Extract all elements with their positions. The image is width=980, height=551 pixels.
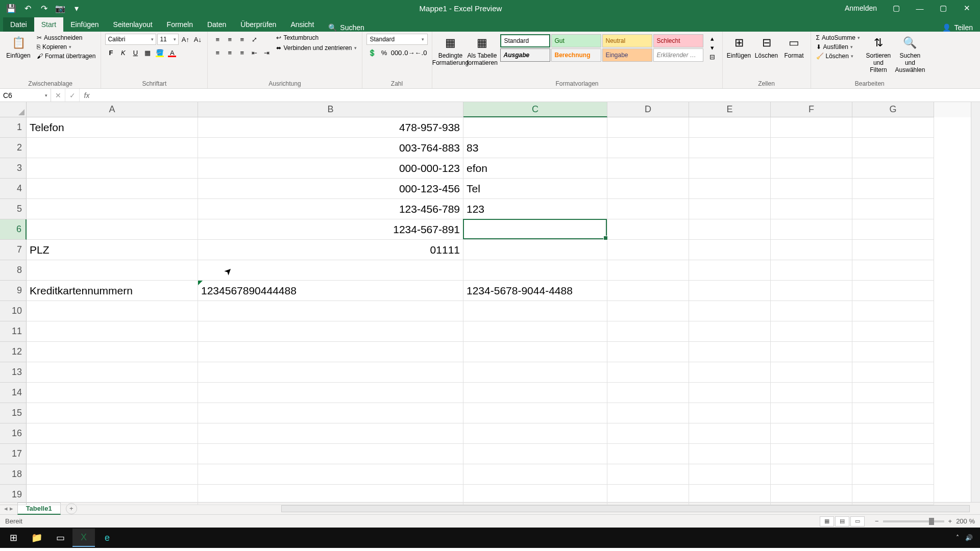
italic-button[interactable]: K [117, 47, 129, 58]
cell[interactable] [607, 260, 689, 281]
cell[interactable] [27, 179, 198, 199]
cell[interactable] [607, 444, 689, 464]
style-gut[interactable]: Gut [551, 34, 601, 47]
cell[interactable] [852, 342, 934, 362]
cell[interactable] [689, 240, 771, 260]
row-header[interactable]: 5 [0, 199, 27, 219]
cell[interactable]: Tel [463, 179, 607, 199]
cell[interactable] [689, 464, 771, 485]
search-box[interactable]: 🔍 Suchen [321, 23, 371, 32]
cell[interactable] [771, 485, 852, 505]
cell[interactable] [689, 444, 771, 464]
format-cells-button[interactable]: ▭Format [782, 34, 806, 59]
horizontal-scrollbar[interactable] [281, 505, 970, 512]
cell[interactable] [771, 158, 852, 179]
cell[interactable] [852, 281, 934, 301]
align-top-icon[interactable]: ≡ [212, 34, 223, 45]
cell[interactable] [607, 423, 689, 444]
row-header[interactable]: 2 [0, 138, 27, 158]
column-header[interactable]: E [689, 102, 771, 117]
view-page-layout-icon[interactable]: ▤ [835, 516, 849, 527]
cell[interactable] [689, 138, 771, 158]
underline-button[interactable]: U [130, 47, 141, 58]
cell[interactable] [607, 219, 689, 240]
accounting-icon[interactable]: 💲 [366, 47, 378, 58]
cell[interactable] [689, 383, 771, 403]
font-size-selector[interactable]: 11▾ [157, 34, 179, 45]
column-header[interactable]: D [607, 102, 689, 117]
style-standard[interactable]: Standard [500, 34, 550, 47]
tab-data[interactable]: Daten [200, 17, 233, 32]
decrease-indent-icon[interactable]: ⇤ [249, 47, 260, 58]
delete-cells-button[interactable]: ⊟Löschen [754, 34, 779, 59]
cell[interactable]: Kreditkartennummern [27, 281, 198, 301]
cell[interactable] [771, 179, 852, 199]
cell[interactable] [27, 444, 198, 464]
cell[interactable] [771, 260, 852, 281]
cell[interactable] [463, 485, 607, 505]
cell[interactable] [689, 342, 771, 362]
cell[interactable] [607, 281, 689, 301]
cell[interactable]: 478-957-938 [198, 117, 463, 138]
cell[interactable]: 83 [463, 138, 607, 158]
cell[interactable] [689, 403, 771, 423]
cell[interactable]: 000-123-456 [198, 179, 463, 199]
format-as-table-button[interactable]: ▦Als Tabelle formatieren [468, 34, 497, 66]
row-header[interactable]: 7 [0, 240, 27, 260]
tab-review[interactable]: Überprüfen [233, 17, 283, 32]
task-view-icon[interactable]: ▭ [49, 529, 71, 547]
style-berechnung[interactable]: Berechnung [551, 48, 601, 62]
cell[interactable] [852, 362, 934, 383]
cell[interactable] [689, 219, 771, 240]
merge-center-button[interactable]: ⬌Verbinden und zentrieren▾ [275, 44, 357, 52]
cell[interactable] [771, 423, 852, 444]
cell[interactable] [689, 158, 771, 179]
cell[interactable]: 1234-5678-9044-4488 [463, 281, 607, 301]
paste-button[interactable]: 📋 Einfügen [4, 34, 33, 59]
border-button[interactable]: ▦ [142, 47, 153, 58]
align-right-icon[interactable]: ≡ [236, 47, 248, 58]
close-icon[interactable]: ✕ [955, 0, 978, 16]
cell[interactable]: 123 [463, 199, 607, 219]
cell[interactable] [463, 342, 607, 362]
font-name-selector[interactable]: Calibri▾ [105, 34, 156, 45]
cell[interactable] [689, 281, 771, 301]
cell[interactable] [771, 321, 852, 342]
fill-button[interactable]: ⬇Ausfüllen▾ [815, 43, 861, 51]
cell[interactable] [198, 321, 463, 342]
cell[interactable] [463, 362, 607, 383]
row-header[interactable]: 1 [0, 117, 27, 138]
align-middle-icon[interactable]: ≡ [224, 34, 235, 45]
undo-icon[interactable]: ↶ [20, 1, 35, 15]
cell[interactable] [198, 403, 463, 423]
cell[interactable] [771, 138, 852, 158]
cell[interactable] [198, 485, 463, 505]
row-header[interactable]: 9 [0, 281, 27, 301]
cell[interactable] [771, 117, 852, 138]
align-center-icon[interactable]: ≡ [224, 47, 235, 58]
column-header[interactable]: C [463, 102, 607, 117]
styles-down-icon[interactable]: ▾ [707, 43, 718, 52]
cell[interactable] [689, 179, 771, 199]
cell[interactable]: 1234567890444488 [198, 281, 463, 301]
cells-area[interactable]: Telefon478-957-938003-764-88383000-000-1… [27, 117, 971, 502]
cell[interactable] [607, 301, 689, 321]
cell[interactable] [607, 342, 689, 362]
cell[interactable] [463, 444, 607, 464]
cell[interactable] [689, 301, 771, 321]
cell[interactable] [607, 485, 689, 505]
cell[interactable]: 1234-567-891 [198, 219, 463, 240]
save-icon[interactable]: 💾 [4, 1, 18, 15]
increase-font-icon[interactable]: A↑ [180, 34, 191, 45]
cell[interactable] [27, 342, 198, 362]
cell[interactable] [27, 485, 198, 505]
align-bottom-icon[interactable]: ≡ [236, 34, 248, 45]
view-normal-icon[interactable]: ▦ [820, 516, 834, 527]
cell[interactable] [852, 240, 934, 260]
row-header[interactable]: 6 [0, 219, 27, 240]
cell[interactable] [27, 403, 198, 423]
cell[interactable] [771, 219, 852, 240]
cell[interactable] [607, 179, 689, 199]
row-header[interactable]: 12 [0, 342, 27, 362]
tray-up-icon[interactable]: ˄ [956, 534, 959, 541]
